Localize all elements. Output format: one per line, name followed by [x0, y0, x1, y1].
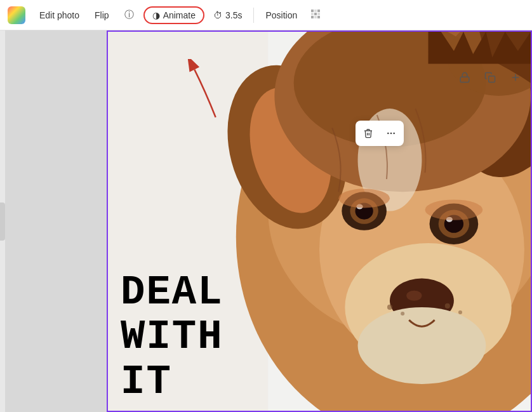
svg-point-43: [390, 133, 392, 135]
info-button[interactable]: ⓘ: [118, 4, 141, 27]
svg-point-18: [406, 291, 422, 301]
svg-point-42: [387, 133, 389, 135]
svg-rect-9: [460, 77, 469, 82]
deal-text-line1: DEAL: [121, 270, 223, 315]
app-logo[interactable]: [8, 6, 25, 24]
svg-rect-7: [314, 16, 317, 18]
svg-point-34: [425, 199, 483, 220]
animate-icon: ◑: [152, 10, 160, 20]
svg-point-37: [401, 312, 404, 316]
mosaic-icon: [311, 10, 323, 21]
svg-rect-2: [317, 10, 320, 12]
left-sidebar: [0, 30, 5, 412]
toolbar-divider-1: [253, 8, 254, 23]
position-label: Position: [265, 10, 297, 20]
svg-point-39: [458, 310, 462, 314]
duration-label: 3.5s: [225, 10, 242, 20]
svg-rect-4: [314, 13, 317, 15]
duration-button[interactable]: ⏱ 3.5s: [207, 6, 248, 24]
add-to-page-button[interactable]: [504, 66, 527, 89]
edit-photo-button[interactable]: Edit photo: [33, 6, 86, 24]
main-area: DEAL WITH IT: [0, 30, 532, 412]
lock-button[interactable]: [453, 66, 476, 89]
delete-icon: [363, 128, 373, 138]
svg-rect-3: [311, 13, 314, 15]
info-icon: ⓘ: [124, 9, 134, 21]
delete-button[interactable]: [358, 123, 378, 143]
side-tab[interactable]: [0, 203, 5, 241]
animate-button[interactable]: ◑ Animate: [143, 6, 204, 24]
svg-rect-6: [311, 16, 314, 18]
svg-rect-5: [317, 13, 320, 15]
edit-photo-label: Edit photo: [39, 10, 79, 20]
transparency-button[interactable]: [306, 6, 328, 25]
duplicate-icon: [484, 72, 496, 83]
toolbar: Edit photo Flip ⓘ ◑ Animate ⏱ 3.5s Posit…: [0, 0, 532, 30]
svg-point-35: [358, 307, 486, 384]
svg-rect-10: [489, 76, 495, 83]
svg-rect-8: [317, 16, 320, 18]
svg-point-38: [445, 303, 450, 309]
svg-rect-1: [314, 10, 317, 12]
flip-button[interactable]: Flip: [88, 6, 116, 24]
animate-label: Animate: [163, 10, 196, 20]
svg-rect-0: [311, 10, 314, 12]
more-options-button[interactable]: [381, 123, 401, 143]
svg-point-44: [393, 133, 395, 135]
float-actions: [356, 121, 404, 146]
deal-text-line2: WITH: [121, 315, 223, 359]
duration-icon: ⏱: [213, 10, 222, 20]
top-right-icons: [453, 66, 527, 89]
position-button[interactable]: Position: [259, 6, 303, 24]
duplicate-button[interactable]: [479, 66, 502, 89]
svg-point-33: [338, 189, 390, 208]
lock-icon: [459, 72, 470, 83]
flip-label: Flip: [95, 10, 109, 20]
deal-text-line3: IT: [121, 360, 223, 404]
svg-point-36: [387, 305, 392, 310]
more-icon: [386, 128, 396, 138]
canvas-area: DEAL WITH IT: [5, 30, 532, 412]
add-to-page-icon: [510, 72, 521, 83]
deal-with-it-text: DEAL WITH IT: [121, 270, 223, 404]
